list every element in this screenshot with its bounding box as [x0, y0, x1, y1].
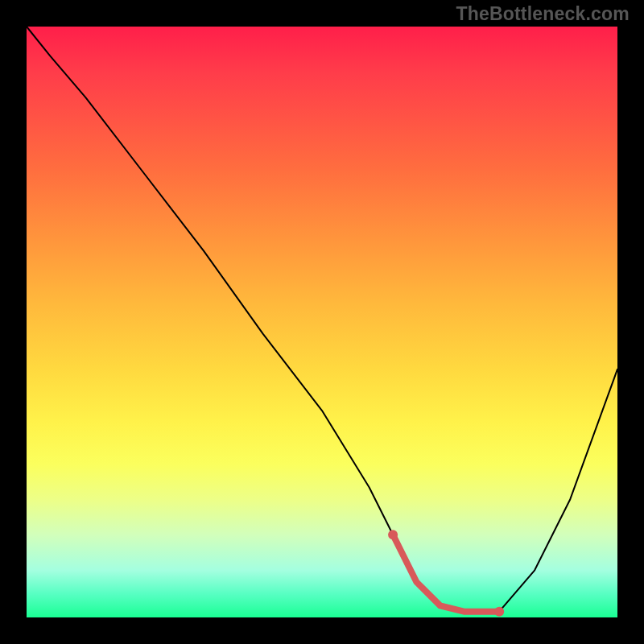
optimal-range-line	[393, 535, 499, 612]
bottleneck-curve	[27, 27, 617, 612]
chart-plot-area	[27, 27, 617, 617]
chart-frame: TheBottleneck.com	[0, 0, 644, 644]
optimal-range-start-dot	[388, 530, 398, 539]
watermark-text: TheBottleneck.com	[456, 3, 630, 25]
chart-svg	[27, 27, 617, 617]
optimal-range-end-dot	[494, 607, 504, 617]
